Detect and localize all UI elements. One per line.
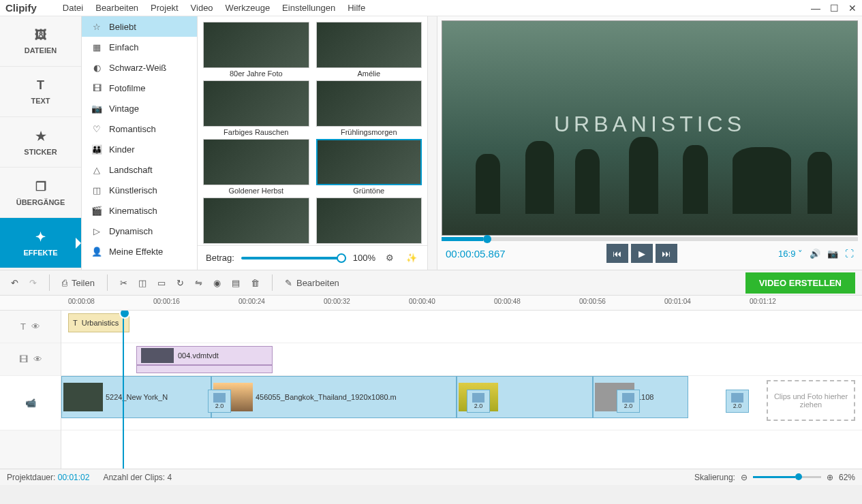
zoom-out-button[interactable]: ⊖ [741,473,748,482]
ruler-tick: 00:00:32 [324,298,350,305]
stabilize-button[interactable]: ▤ [228,275,244,291]
category-romantisch[interactable]: ♡Romantisch [82,119,197,139]
text-clip-label: Urbanistics [82,319,119,327]
category-beliebt[interactable]: ☆Beliebt [82,16,197,37]
fullscreen-icon[interactable]: ⛶ [845,249,854,259]
video2-track-head[interactable]: 🎞👁 [0,343,61,376]
app-logo: Clipify [5,2,37,14]
volume-icon[interactable]: 🔊 [810,249,820,259]
frame-button[interactable]: ▭ [153,275,170,291]
playhead[interactable] [123,311,124,469]
category-landschaft[interactable]: △Landschaft [82,159,197,180]
camera-icon: 📷 [91,104,102,114]
category-einfach[interactable]: ▦Einfach [82,37,197,57]
crop-button[interactable]: ◫ [134,275,151,291]
transition-2[interactable]: 2.0 [467,390,490,413]
category-kuenstlerisch[interactable]: ◫Künstlerisch [82,180,197,200]
zoom-in-button[interactable]: ⊕ [827,473,833,482]
magic-wand-icon[interactable]: ✨ [404,251,419,266]
movie-icon: 🎬 [91,206,102,216]
effect-goldener-herbst[interactable]: Goldener Herbst [203,139,309,195]
overlay-audio-clip[interactable] [136,365,273,373]
main-clip-4[interactable]: 1108 [593,376,688,418]
clip-thumbnail [63,383,103,411]
zoom-slider[interactable] [753,476,821,478]
ruler-tick: 00:00:48 [494,298,521,305]
rotate-button[interactable]: ↻ [172,275,188,291]
person-icon: 👤 [91,247,102,257]
ruler-tick: 00:01:12 [750,298,776,305]
ruler-tick: 00:00:40 [409,298,435,305]
next-frame-button[interactable]: ⏭ [656,244,677,263]
tab-text[interactable]: TTEXT [0,67,81,117]
delete-button[interactable]: 🗑 [247,275,264,291]
menu-einstellungen[interactable]: Einstellungen [282,3,335,13]
category-dynamisch[interactable]: ▷Dynamisch [82,221,197,241]
menu-video[interactable]: Video [191,3,213,13]
transition-3[interactable]: 2.0 [617,390,640,413]
transition-4[interactable]: 2.0 [726,390,749,413]
effect-item[interactable] [203,198,309,245]
category-meine-effekte[interactable]: 👤Meine Effekte [82,241,197,262]
menu-werkzeuge[interactable]: Werkzeuge [226,3,271,13]
main-clip-1[interactable]: 5224_New York_N [61,376,211,418]
category-vintage[interactable]: 📷Vintage [82,98,197,119]
kids-icon: 👪 [91,144,102,155]
film-icon: 🎞 [91,83,102,93]
category-kinematisch[interactable]: 🎬Kinematisch [82,200,197,221]
menu-bearbeiten[interactable]: Bearbeiten [95,3,138,13]
chroma-button[interactable]: ◉ [209,275,225,291]
menu-hilfe[interactable]: Hilfe [348,3,365,13]
menu-projekt[interactable]: Projekt [151,3,178,13]
menu-datei[interactable]: Datei [63,3,83,13]
main-clip-2[interactable]: 456055_Bangkok_Thailand_1920x1080.m [211,376,457,418]
create-video-button[interactable]: VIDEO ERSTELLEN [745,272,855,294]
timeline-ruler[interactable]: 00:00:08 00:00:16 00:00:24 00:00:32 00:0… [0,296,862,311]
aspect-ratio-selector[interactable]: 16:9 ˅ [778,249,803,259]
edit-button[interactable]: ✎ Bearbeiten [281,275,343,291]
snapshot-icon[interactable]: 📷 [827,249,838,259]
tab-sticker[interactable]: ★STICKER [0,117,81,168]
category-kinder[interactable]: 👪Kinder [82,139,197,159]
eye-icon[interactable]: 👁 [31,321,40,332]
clip-label: 004.vdmtvdt [178,351,219,360]
amount-slider[interactable] [241,257,346,259]
redo-button[interactable]: ↷ [25,275,41,291]
category-fotofilme[interactable]: 🎞Fotofilme [82,78,197,98]
effect-fruehlingsmorgen[interactable]: Frühlingsmorgen [316,80,422,136]
effect-item[interactable] [316,198,422,245]
amount-label: Betrag: [206,253,234,263]
eye-icon[interactable]: 👁 [33,354,42,364]
preview-seekbar[interactable] [442,237,858,241]
split-button[interactable]: ⎙ Teilen [58,275,99,291]
main-track-head[interactable]: 📹 [0,376,61,430]
overlay-video-clip[interactable]: 004.vdmtvdt [136,346,273,365]
effect-gruentoene[interactable]: Grüntöne [316,139,422,195]
window-close-icon[interactable]: ✕ [848,3,857,14]
category-schwarz-weiss[interactable]: ◐Schwarz-Weiß [82,57,197,78]
tab-dateien[interactable]: 🖼DATEIEN [0,16,81,67]
effect-80er[interactable]: 80er Jahre Foto [203,22,309,78]
preview-viewport[interactable]: URBANISTICS [442,20,858,236]
text-clip-icon: T [73,319,78,327]
window-minimize-icon[interactable]: — [811,3,820,14]
effects-scrollbar[interactable] [427,16,437,270]
ruler-tick: 00:00:16 [153,298,180,305]
effect-farbiges-rauschen[interactable]: Farbiges Rauschen [203,80,309,136]
flip-button[interactable]: ⇋ [191,275,206,291]
window-maximize-icon[interactable]: ☐ [830,3,839,14]
effect-amelie[interactable]: Amélie [316,22,422,78]
text-track-head[interactable]: T👁 [0,311,61,343]
prev-frame-button[interactable]: ⏮ [606,244,628,263]
settings-icon[interactable]: ⚙ [382,251,397,266]
play-button[interactable]: ▶ [631,244,653,263]
undo-button[interactable]: ↶ [7,275,22,291]
text-icon: T [37,78,44,93]
tab-uebergaenge[interactable]: ❐ÜBERGÄNGE [0,168,81,218]
transition-1[interactable]: 2.0 [208,390,231,413]
star-outline-icon: ☆ [91,22,102,32]
tab-effekte[interactable]: ✦EFFEKTE [0,218,81,268]
zoom-value: 62% [839,473,855,482]
timeline-dropzone[interactable]: Clips und Foto hierher ziehen [767,380,855,421]
cut-button[interactable]: ✂ [116,275,132,291]
